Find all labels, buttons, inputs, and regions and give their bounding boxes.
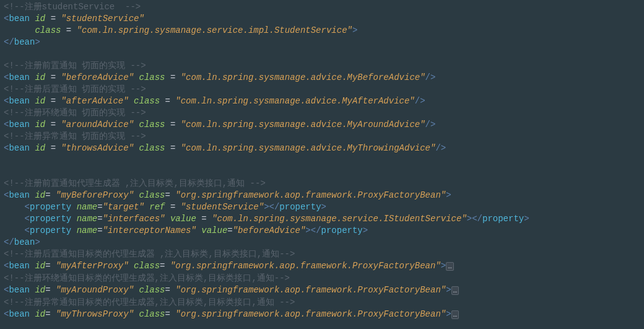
attr-value: "com.ln.spring.sysmanage.service.IStuden…	[212, 214, 467, 224]
property-close: property	[482, 214, 524, 224]
property-close: property	[279, 202, 321, 212]
attr-name: name	[77, 226, 98, 235]
attr-name: class	[139, 285, 165, 295]
attr-value: "com.ln.spring.sysmanage.advice.MyBefore…	[181, 72, 425, 82]
attr-name: class	[134, 96, 160, 106]
attr-value: "afterAdvice"	[61, 96, 128, 106]
attr-value: "com.ln.spring.sysmanage.service.impl.St…	[77, 25, 352, 35]
bean-tag: bean	[9, 309, 30, 319]
attr-name: id	[35, 261, 45, 271]
attr-name: class	[139, 72, 165, 82]
attr-value: "org.springframework.aop.framework.Proxy…	[175, 190, 446, 200]
attr-value: "myThrowsProxy"	[56, 309, 134, 319]
attr-value: "myAfterProxy"	[56, 261, 129, 271]
bean-tag: bean	[9, 190, 30, 200]
attr-value: "interfaces"	[103, 214, 165, 224]
attr-name: class	[139, 143, 165, 153]
attr-value: "com.ln.spring.sysmanage.advice.MyAfterA…	[175, 96, 414, 106]
bean-close: bean	[14, 37, 35, 47]
attr-name: id	[35, 190, 45, 200]
property-close: property	[321, 226, 363, 235]
attr-name: class	[134, 261, 160, 271]
attr-name: id	[35, 96, 45, 106]
attr-value: "com.ln.spring.sysmanage.advice.MyAround…	[181, 120, 425, 129]
fold-icon[interactable]: …	[451, 286, 459, 295]
attr-value: "org.springframework.aop.framework.Proxy…	[175, 285, 446, 295]
attr-name: id	[35, 143, 45, 153]
attr-value: "beforeAdvice"	[233, 226, 306, 235]
comment: <!--注册前置通知 切面的实现 -->	[4, 61, 146, 71]
attr-name: ref	[149, 202, 165, 212]
bean-tag: bean	[9, 285, 30, 295]
bean-tag: bean	[9, 96, 30, 106]
fold-icon[interactable]: …	[446, 262, 454, 271]
attr-name: value	[170, 214, 196, 224]
comment: <!--注册异常通知目标类的代理生成器,注入目标类,目标类接口,通知 -->	[4, 297, 295, 307]
attr-name: id	[35, 309, 45, 319]
attr-name: name	[77, 202, 98, 212]
attr-name: value	[201, 226, 227, 235]
attr-value: "beforeAdvice"	[61, 72, 134, 82]
attr-value: "org.springframework.aop.framework.Proxy…	[175, 309, 446, 319]
attr-name: class	[139, 120, 165, 129]
attr-value: "target"	[103, 202, 144, 212]
property-tag: property	[30, 214, 71, 224]
property-tag: property	[30, 202, 71, 212]
attr-value: "studentService"	[61, 14, 144, 24]
bean-tag: bean	[9, 72, 30, 82]
attr-value: "myAroundProxy"	[56, 285, 134, 295]
bean-tag: bean	[9, 120, 30, 129]
property-tag: property	[30, 226, 71, 235]
xml-code-block: <!--注册studentService --> <bean id = "stu…	[0, 0, 644, 322]
attr-value: "aroundAdvice"	[61, 120, 134, 129]
attr-value: "com.ln.spring.sysmanage.advice.MyThrowi…	[181, 143, 436, 153]
attr-name: class	[35, 25, 61, 35]
comment: <!--注册前置通知代理生成器 ,注入目标类,目标类接口,通知 -->	[4, 178, 266, 188]
bean-tag: bean	[9, 14, 30, 24]
attr-value: "interceptorNames"	[103, 226, 196, 235]
attr-name: name	[77, 214, 98, 224]
bean-close: bean	[14, 237, 35, 247]
comment: <!--注册异常通知 切面的实现 -->	[4, 131, 146, 141]
attr-name: id	[35, 120, 45, 129]
attr-name: id	[35, 285, 45, 295]
attr-value: "org.springframework.aop.framework.Proxy…	[170, 261, 441, 271]
attr-value: "studentService"	[181, 202, 264, 212]
attr-name: class	[139, 309, 165, 319]
attr-name: class	[139, 190, 165, 200]
fold-icon[interactable]: …	[451, 310, 459, 319]
attr-name: id	[35, 14, 45, 24]
attr-name: id	[35, 72, 45, 82]
comment: <!--注册后置通知目标类的代理生成器 ,注入目标类,目标类接口,通知-->	[4, 249, 295, 259]
comment: <!--注册后置通知 切面的实现 -->	[4, 84, 146, 94]
comment: <!--注册环绕通知 切面的实现 -->	[4, 108, 146, 118]
bean-tag: bean	[9, 261, 30, 271]
comment: <!--注册环绕通知目标类的代理生成器,注入目标类,目标类接口,通知-->	[4, 273, 290, 283]
comment: <!--注册studentService -->	[4, 2, 141, 12]
bean-tag: bean	[9, 143, 30, 153]
attr-value: "throwsAdvice"	[61, 143, 134, 153]
attr-value: "myBeforeProxy"	[56, 190, 134, 200]
